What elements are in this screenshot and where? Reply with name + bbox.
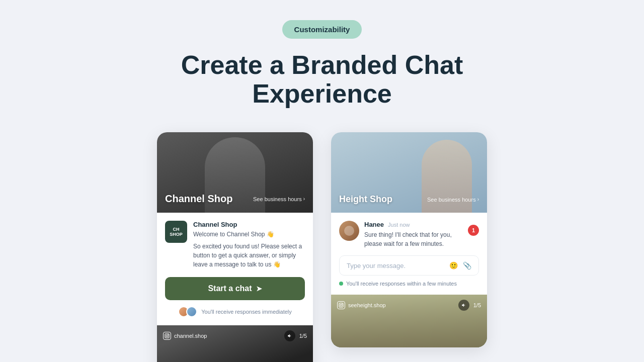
input-icons: 🙂 📎: [449, 261, 471, 269]
message-input-area[interactable]: Type your message. 🙂 📎: [339, 255, 479, 276]
left-story-controls: 1/5: [284, 330, 307, 341]
left-response-text: You'll receive responses immediately: [201, 309, 292, 315]
agent-avatar: [339, 221, 359, 241]
agent-name: Hanee: [364, 221, 384, 228]
customizability-badge: Customizability: [282, 20, 362, 39]
left-story-inner: channel.shop 1/5: [157, 325, 313, 362]
right-card: Height Shop See business hours › Hanee J…: [331, 132, 487, 347]
attachment-icon[interactable]: 📎: [463, 261, 471, 269]
left-story-brand: channel.shop: [163, 332, 207, 340]
svg-point-4: [340, 304, 342, 306]
left-response-footer: You'll receive responses immediately: [165, 306, 305, 317]
left-avatar: CH SHOP: [165, 221, 187, 243]
svg-rect-3: [339, 303, 343, 307]
right-story-header: seeheight.shop 1/5: [337, 300, 481, 311]
right-story-preview: seeheight.shop 1/5: [331, 295, 487, 347]
right-card-body: Hanee Just now Sure thing! I'll check th…: [331, 213, 487, 295]
svg-rect-0: [165, 334, 169, 338]
agent-message: Sure thing! I'll check that for you, ple…: [364, 230, 463, 248]
svg-point-2: [168, 334, 169, 335]
left-message-content: Channel Shop Welcome to Channel Shop 👋 S…: [193, 221, 305, 269]
right-shop-name: Height Shop: [339, 194, 392, 205]
left-story-header: channel.shop 1/5: [163, 330, 307, 341]
notification-badge: 1: [468, 225, 479, 236]
left-story-count: 1/5: [299, 333, 307, 339]
right-shop-header: Height Shop See business hours ›: [339, 194, 479, 205]
instagram-icon: [163, 332, 171, 340]
chat-message-row: Hanee Just now Sure thing! I'll check th…: [339, 221, 479, 248]
avatar-2: [186, 306, 197, 317]
mute-button-right[interactable]: [458, 300, 469, 311]
left-card-body: CH SHOP Channel Shop Welcome to Channel …: [157, 213, 313, 325]
send-icon: ➤: [256, 285, 262, 293]
page-title: Create a Branded Chat Experience: [121, 51, 523, 108]
right-story-controls: 1/5: [458, 300, 481, 311]
agent-time: Just now: [388, 222, 410, 228]
right-response-text: You'll receive responses within a few mi…: [346, 281, 457, 287]
right-story-count: 1/5: [473, 302, 481, 308]
input-placeholder: Type your message.: [347, 262, 406, 269]
left-sender-name: Channel Shop: [193, 221, 305, 228]
chat-msg-content: Hanee Just now Sure thing! I'll check th…: [364, 221, 463, 248]
chevron-right-icon: ›: [303, 196, 305, 202]
left-message2: So excited you found us! Please select a…: [193, 242, 305, 269]
left-shop-name: Channel Shop: [165, 193, 232, 205]
emoji-icon[interactable]: 🙂: [449, 261, 458, 269]
right-story-inner: seeheight.shop 1/5: [331, 295, 487, 347]
avatar-group: [178, 306, 197, 317]
left-card-hero: Channel Shop See business hours ›: [157, 132, 313, 213]
left-story-preview: channel.shop 1/5: [157, 325, 313, 362]
cards-container: Channel Shop See business hours › CH SHO…: [60, 132, 584, 362]
left-shop-header: Channel Shop See business hours ›: [165, 193, 305, 205]
start-chat-button[interactable]: Start a chat ➤: [165, 277, 305, 300]
left-message-block: CH SHOP Channel Shop Welcome to Channel …: [165, 221, 305, 269]
svg-point-5: [342, 304, 343, 304]
left-card: Channel Shop See business hours › CH SHO…: [157, 132, 313, 362]
chevron-right-icon: ›: [477, 197, 479, 202]
svg-point-1: [166, 335, 168, 337]
mute-button[interactable]: [284, 330, 295, 341]
right-business-hours[interactable]: See business hours ›: [427, 197, 479, 203]
left-message1: Welcome to Channel Shop 👋: [193, 230, 305, 239]
right-card-hero: Height Shop See business hours ›: [331, 132, 487, 213]
left-business-hours[interactable]: See business hours ›: [253, 196, 305, 202]
right-story-brand: seeheight.shop: [337, 301, 386, 309]
badge-container: Customizability: [282, 20, 362, 51]
online-dot: [339, 282, 343, 286]
instagram-icon-right: [337, 301, 345, 309]
chat-msg-header: Hanee Just now: [364, 221, 463, 228]
online-status: You'll receive responses within a few mi…: [339, 281, 479, 287]
